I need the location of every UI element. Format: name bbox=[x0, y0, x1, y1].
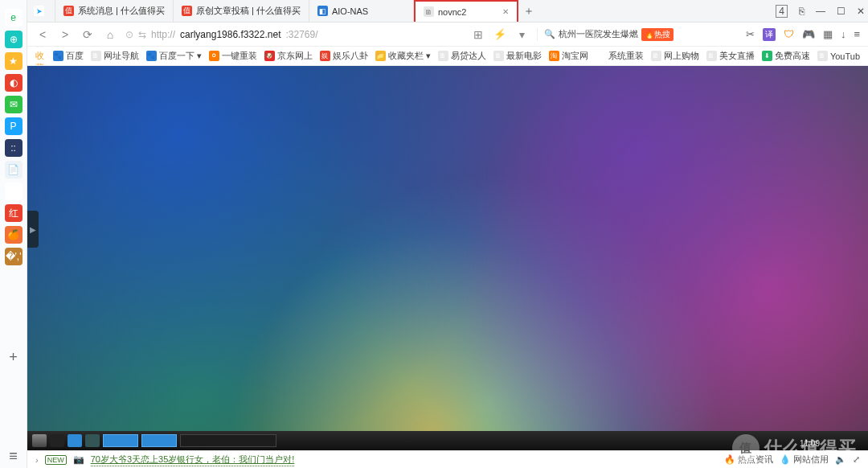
bookmark-item-12[interactable]: 🗎美女直播 bbox=[706, 50, 755, 62]
side-app-grid[interactable]: :: bbox=[5, 139, 23, 157]
tab-favicon: 🗎 bbox=[424, 6, 434, 17]
side-favorites[interactable]: ★ bbox=[5, 52, 23, 70]
bookmark-item-2[interactable]: 🐾百度一下 ▾ bbox=[146, 50, 202, 62]
sidebar-menu-button[interactable]: ≡ bbox=[9, 445, 18, 468]
tab-favicon: 值 bbox=[63, 6, 74, 16]
camera-icon[interactable]: 📷 bbox=[73, 454, 84, 465]
scissors-icon[interactable]: ✂ bbox=[746, 28, 755, 40]
tab-favicon: ➤ bbox=[34, 6, 44, 16]
novnc-handle[interactable]: ▶ bbox=[27, 211, 39, 248]
side-weibo[interactable]: ◐ bbox=[5, 74, 23, 92]
side-app-game[interactable]: �',' bbox=[5, 248, 23, 265]
remote-tray-1[interactable] bbox=[50, 434, 64, 447]
side-spacer[interactable] bbox=[5, 183, 23, 200]
bookmark-item-14[interactable]: 🗎YouTub bbox=[817, 50, 860, 62]
bookmark-item-13[interactable]: ⬇免费高速 bbox=[762, 50, 810, 62]
side-xiaohongshu[interactable]: 红 bbox=[5, 204, 23, 222]
reload-button[interactable]: ⟳ bbox=[80, 28, 95, 41]
maximize-button[interactable]: ☐ bbox=[837, 6, 845, 17]
close-window-button[interactable]: ✕ bbox=[857, 6, 865, 17]
side-mail[interactable]: ✉ bbox=[5, 96, 23, 113]
bookmark-item-7[interactable]: 🗎易贷达人 bbox=[438, 50, 486, 62]
url-host: carlyang1986.f3322.net bbox=[180, 29, 280, 40]
bookmark-label: 百度 bbox=[66, 50, 84, 62]
remote-tray-3[interactable] bbox=[85, 434, 100, 447]
bookmark-item-1[interactable]: 🗎网址导航 bbox=[91, 50, 139, 62]
bookmark-favicon: 🗎 bbox=[651, 51, 661, 61]
side-app-1[interactable]: ⊕ bbox=[5, 31, 23, 48]
bookmark-label: 京东网上 bbox=[277, 50, 313, 62]
remote-start-icon[interactable] bbox=[32, 434, 47, 447]
side-app-orange[interactable]: 🍊 bbox=[5, 226, 23, 244]
bookmark-item-10[interactable]: ❖系统重装 bbox=[596, 50, 644, 62]
remote-task-3[interactable] bbox=[180, 434, 276, 447]
sidebar-add-button[interactable]: + bbox=[9, 346, 18, 369]
bookmark-item-9[interactable]: 淘淘宝网 bbox=[549, 50, 588, 62]
remote-tray-2[interactable] bbox=[68, 434, 82, 447]
main-menu-icon[interactable]: ≡ bbox=[854, 28, 860, 40]
bookmark-favicon: ❖ bbox=[596, 51, 606, 61]
addr-drop-icon[interactable]: ▾ bbox=[514, 28, 529, 41]
browser-logo-icon[interactable]: e bbox=[5, 9, 23, 27]
tab-3[interactable]: ◧AIO-NAS bbox=[309, 0, 414, 22]
remote-task-1[interactable] bbox=[103, 434, 138, 447]
translate-icon[interactable]: 译 bbox=[763, 28, 776, 41]
tab-close-button[interactable]: ✕ bbox=[502, 7, 509, 16]
side-app-p[interactable]: P bbox=[5, 117, 23, 135]
bookmark-item-3[interactable]: ⭘一键重装 bbox=[209, 50, 257, 62]
bookmark-favicon: 📁 bbox=[375, 51, 386, 61]
remote-task-2[interactable] bbox=[141, 434, 177, 447]
bookmark-item-4[interactable]: 🐶京东网上 bbox=[264, 50, 313, 62]
bookmark-label: 美女直播 bbox=[719, 50, 755, 62]
shield-tool-icon[interactable]: 🛡 bbox=[784, 28, 794, 40]
window-feature-icon[interactable]: ⎘ bbox=[799, 6, 805, 17]
bookmark-item-6[interactable]: 📁收藏夹栏 ▾ bbox=[375, 50, 431, 62]
bookmark-label: YouTub bbox=[830, 51, 860, 61]
search-box[interactable]: 🔍 杭州一医院发生爆燃 🔥热搜 bbox=[537, 28, 674, 41]
tab-2[interactable]: 值原创文章投稿 | 什么值得买 bbox=[174, 0, 309, 22]
news-link[interactable]: 70岁大爷3天恋上35岁银行女，老伯：我们门当户对! bbox=[91, 454, 295, 466]
side-doc[interactable]: 📄 bbox=[5, 161, 23, 179]
tab-0[interactable]: ➤ bbox=[27, 0, 55, 22]
bookmark-favicon: 🗎 bbox=[817, 51, 828, 61]
bookmark-favicon: 🗎 bbox=[438, 51, 448, 61]
status-chevron-icon[interactable]: › bbox=[35, 455, 39, 465]
new-tab-button[interactable]: ＋ bbox=[518, 0, 539, 22]
watermark: 值 什么值得买 bbox=[732, 434, 857, 462]
watermark-text: 什么值得买 bbox=[764, 436, 857, 460]
speed-bolt-icon[interactable]: ⚡ bbox=[493, 28, 506, 40]
download-icon[interactable]: ↓ bbox=[841, 28, 846, 40]
search-icon: 🔍 bbox=[544, 29, 555, 39]
tab-count-badge[interactable]: 4 bbox=[776, 5, 788, 18]
bookmark-item-8[interactable]: 🗎最新电影 bbox=[493, 50, 542, 62]
bookmark-label: 易贷达人 bbox=[451, 50, 486, 62]
minimize-button[interactable]: — bbox=[816, 6, 825, 17]
forward-button[interactable]: > bbox=[58, 28, 72, 41]
tab-4[interactable]: 🗎novnc2✕ bbox=[414, 0, 518, 22]
game-icon[interactable]: 🎮 bbox=[802, 28, 815, 40]
bookmark-item-11[interactable]: 🗎网上购物 bbox=[651, 50, 699, 62]
tab-label: novnc2 bbox=[438, 7, 498, 17]
qr-icon[interactable]: ⊞ bbox=[471, 28, 485, 41]
cast-icon[interactable]: ⇆ bbox=[138, 29, 146, 40]
bookmark-favicon: 🐶 bbox=[264, 51, 275, 61]
bookmarks-bar: ★ 收藏 🐾百度🗎网址导航🐾百度一下 ▾⭘一键重装🐶京东网上娱娱乐八卦📁收藏夹栏… bbox=[27, 47, 868, 66]
bookmark-favicon: 🐾 bbox=[146, 51, 157, 61]
vnc-desktop[interactable]: ▶ 11:09 bbox=[27, 66, 868, 450]
bookmark-label: 百度一下 ▾ bbox=[159, 50, 202, 62]
site-shield-icon[interactable]: ⊙ bbox=[125, 29, 133, 40]
bookmarks-star[interactable]: ★ 收藏 bbox=[35, 47, 46, 66]
back-button[interactable]: < bbox=[35, 28, 50, 41]
tab-1[interactable]: 值系统消息 | 什么值得买 bbox=[55, 0, 174, 22]
url-field[interactable]: ⊙ ⇆ http://carlyang1986.f3322.net:32769/ bbox=[125, 29, 463, 40]
home-button[interactable]: ⌂ bbox=[103, 28, 117, 41]
bookmark-favicon: ⭘ bbox=[209, 51, 219, 61]
bookmark-item-5[interactable]: 娱娱乐八卦 bbox=[320, 50, 368, 62]
tab-favicon: ◧ bbox=[317, 6, 328, 16]
bookmark-favicon: ⬇ bbox=[762, 51, 772, 61]
search-text: 杭州一医院发生爆燃 bbox=[559, 28, 638, 40]
grid-icon[interactable]: ▦ bbox=[823, 28, 833, 40]
url-protocol: http:// bbox=[151, 29, 175, 40]
bookmark-label: 淘宝网 bbox=[562, 50, 588, 62]
bookmark-item-0[interactable]: 🐾百度 bbox=[53, 50, 84, 62]
